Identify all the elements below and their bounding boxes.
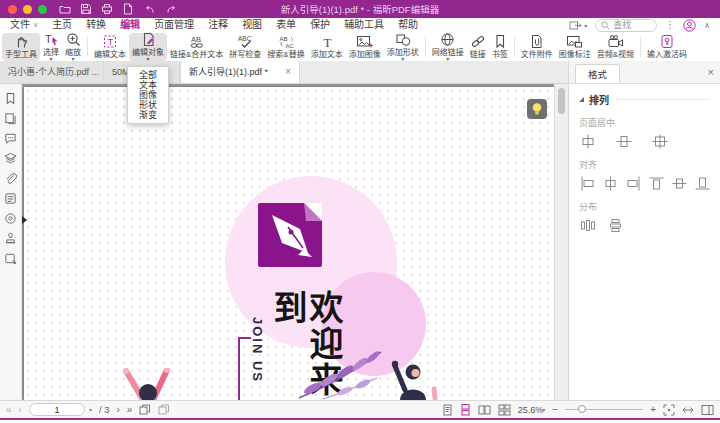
search-input[interactable] [613, 20, 657, 30]
open-folder-icon[interactable] [59, 3, 71, 15]
edit-text-button[interactable]: T 编辑文本 [91, 33, 129, 61]
menu-view[interactable]: 视图 [242, 18, 262, 32]
document-canvas[interactable]: 欢迎来到 JOIN US [22, 84, 568, 400]
center-horizontally-icon[interactable] [579, 134, 596, 149]
zoom-tool-button[interactable]: 缩放 ▾ [62, 33, 84, 61]
zoom-level-dropdown[interactable]: 25.6% ▾ [518, 405, 546, 415]
menu-item-text[interactable]: 文本 [128, 80, 168, 90]
close-window-button[interactable] [8, 5, 17, 14]
menu-help[interactable]: 帮助 [398, 18, 418, 32]
distribute-horizontally-icon[interactable] [579, 218, 596, 233]
add-image-button[interactable]: 添加图像 [346, 33, 384, 61]
document-tab-1[interactable]: 冯小惠-个人简历.pdf ... [0, 60, 104, 83]
format-panel-tab[interactable]: 格式 [575, 64, 620, 83]
page-thumbnails-icon[interactable] [3, 111, 18, 126]
tip-lightbulb-button[interactable] [527, 99, 547, 119]
menu-accessibility[interactable]: 辅助工具 [344, 18, 384, 32]
print-icon[interactable] [101, 3, 113, 15]
zoom-in-button[interactable]: + [650, 404, 656, 415]
share-button[interactable]: ▾ [569, 20, 587, 31]
align-left-icon[interactable] [579, 176, 595, 191]
distribute-vertically-icon[interactable] [607, 218, 624, 233]
menu-file[interactable]: 文件 ∨ [10, 18, 38, 32]
menu-item-shape[interactable]: 形状 [128, 100, 168, 110]
previous-view-icon[interactable] [139, 404, 151, 415]
next-page-button[interactable]: › [116, 404, 119, 415]
minimize-window-button[interactable] [23, 5, 32, 14]
pdf-page[interactable]: 欢迎来到 JOIN US [24, 87, 554, 400]
last-page-button[interactable]: » [127, 404, 133, 415]
previous-page-button[interactable]: ‹ [19, 404, 22, 415]
menu-home[interactable]: 主页 [52, 18, 72, 32]
center-vertically-icon[interactable] [615, 134, 632, 149]
audio-video-button[interactable]: 音频&视频 [594, 33, 637, 61]
edit-object-button[interactable]: 编辑对象 ▾ [129, 33, 167, 61]
comments-panel-icon[interactable] [3, 131, 18, 146]
menu-protect[interactable]: 保护 [310, 18, 330, 32]
menu-comment[interactable]: 注释 [208, 18, 228, 32]
facing-view-icon[interactable] [478, 404, 491, 416]
select-tool-button[interactable]: T 选择 ▾ [40, 33, 62, 61]
stamps-panel-icon[interactable] [3, 231, 18, 246]
menu-convert[interactable]: 转换 [86, 18, 106, 32]
layers-panel-icon[interactable] [3, 151, 18, 166]
page-list-caret-icon[interactable]: ▾ [89, 406, 92, 413]
fields-panel-icon[interactable] [3, 191, 18, 206]
sidebar-expand-handle[interactable] [22, 216, 27, 224]
tab-close-icon[interactable]: × [279, 67, 291, 77]
user-avatar[interactable] [683, 19, 696, 32]
first-page-button[interactable]: « [6, 404, 12, 415]
link-join-text-button[interactable]: AB 链接&合并文本 [167, 33, 226, 61]
single-page-view-icon[interactable] [442, 404, 453, 416]
maximize-window-button[interactable] [38, 5, 47, 14]
menu-item-all[interactable]: 全部 [128, 70, 168, 80]
destinations-panel-icon[interactable] [3, 211, 18, 226]
align-top-icon[interactable] [648, 176, 664, 191]
align-bottom-icon[interactable] [694, 176, 710, 191]
add-shape-button[interactable]: 添加形状 ▾ [384, 33, 422, 61]
panel-close-icon[interactable]: × [708, 67, 714, 78]
align-horizontal-center-icon[interactable] [602, 176, 618, 191]
new-document-icon[interactable] [122, 3, 134, 15]
spell-check-button[interactable]: ABC 拼写检查 [226, 33, 264, 61]
menu-form[interactable]: 表单 [276, 18, 296, 32]
menu-item-image[interactable]: 图像 [128, 90, 168, 100]
read-mode-icon[interactable] [701, 404, 714, 416]
menu-page-management[interactable]: 页面管理 [154, 18, 194, 32]
hand-tool-button[interactable]: 手型工具 [2, 33, 40, 61]
zoom-slider[interactable] [565, 409, 643, 410]
zoom-slider-knob[interactable] [578, 405, 586, 413]
vertical-scrollbar-thumb[interactable] [558, 88, 565, 114]
center-both-icon[interactable] [651, 134, 668, 149]
validation-panel-icon[interactable] [3, 251, 18, 266]
web-link-button[interactable]: 网络链接 ▾ [429, 33, 467, 61]
align-right-icon[interactable] [625, 176, 641, 191]
fit-width-icon[interactable] [682, 404, 694, 416]
facing-continuous-view-icon[interactable] [498, 404, 511, 416]
menu-item-shading[interactable]: 渐变 [128, 110, 168, 120]
activation-code-button[interactable]: 输入激活码 [644, 33, 690, 61]
attachments-panel-icon[interactable] [3, 171, 18, 186]
arrange-section-header[interactable]: 排列 [579, 92, 710, 107]
redo-icon[interactable] [165, 3, 178, 15]
undo-icon[interactable] [143, 3, 156, 15]
page-number-input[interactable]: 1 [29, 403, 85, 416]
collapse-ribbon-icon[interactable]: ∧ [704, 21, 710, 30]
file-attachment-button[interactable]: 文件附件 [518, 33, 556, 61]
image-annotation-button[interactable]: 图像标注 [556, 33, 594, 61]
align-vertical-center-icon[interactable] [671, 176, 687, 191]
add-text-button[interactable]: T 添加文本 [308, 33, 346, 61]
search-replace-button[interactable]: ABAC 搜索&替换 [264, 33, 307, 61]
fit-page-icon[interactable] [663, 404, 675, 416]
link-button[interactable]: 链接 [467, 33, 489, 61]
menu-edit[interactable]: 编辑 [120, 18, 140, 32]
next-view-icon[interactable] [158, 404, 170, 415]
zoom-out-button[interactable]: − [552, 404, 558, 415]
bookmarks-panel-icon[interactable] [3, 91, 18, 106]
bookmark-button[interactable]: 书签 [489, 33, 511, 61]
document-tab-active[interactable]: 新人引导(1)(1).pdf * × [180, 60, 300, 83]
vertical-scrollbar-track[interactable] [554, 84, 568, 400]
more-options-icon[interactable]: ⋮ [665, 20, 675, 30]
search-box[interactable] [595, 19, 657, 32]
continuous-view-icon[interactable] [460, 404, 471, 416]
